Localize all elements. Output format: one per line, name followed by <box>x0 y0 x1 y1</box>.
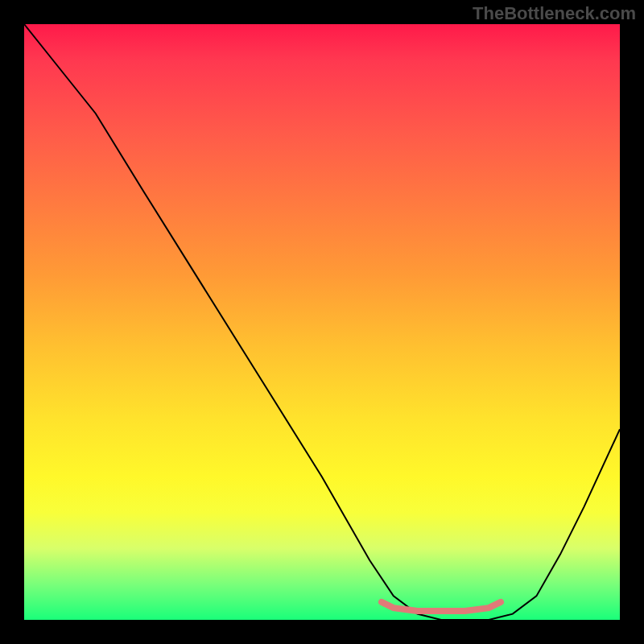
chart-plot-area <box>24 24 620 620</box>
chart-svg <box>24 24 620 620</box>
main-curve <box>24 24 620 620</box>
highlight-band <box>382 602 501 611</box>
watermark-text: TheBottleneck.com <box>473 3 636 24</box>
